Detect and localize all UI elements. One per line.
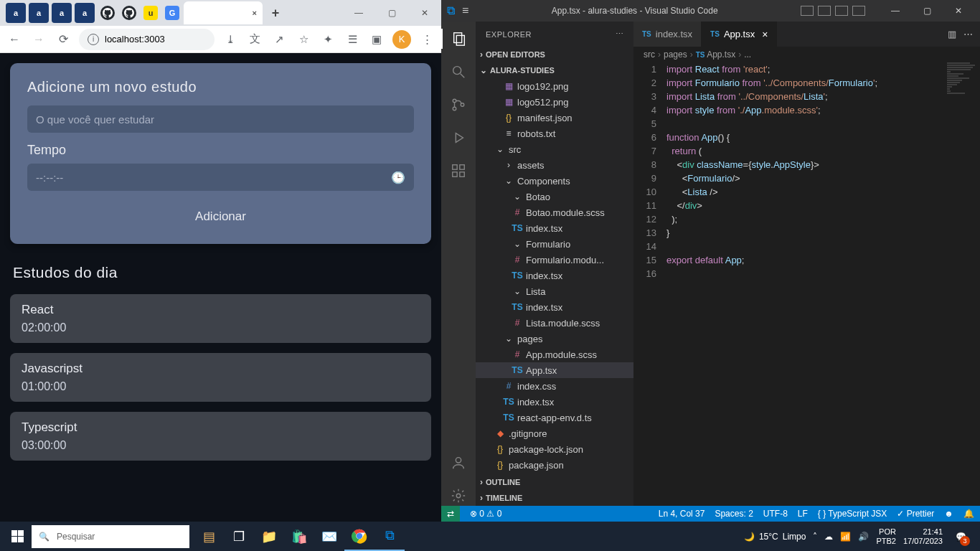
minimize-button[interactable]: — (342, 0, 375, 26)
study-input[interactable] (27, 105, 414, 133)
taskbar-search[interactable]: 🔍 Pesquisar (32, 525, 189, 548)
tab-alura-1[interactable]: a (6, 3, 26, 23)
tab-github-2[interactable] (122, 6, 136, 20)
vsc-minimize-button[interactable]: — (880, 0, 911, 22)
split-editor-icon[interactable]: ▥ (948, 29, 956, 39)
outlook-icon[interactable]: ✉️ (314, 522, 344, 551)
eol-status[interactable]: LF (798, 509, 808, 519)
search-icon[interactable] (448, 62, 468, 82)
tree-item[interactable]: TSindex.tsx (476, 299, 633, 315)
new-tab-button[interactable]: + (264, 1, 287, 24)
reader-icon[interactable]: ☰ (344, 31, 361, 48)
minimap[interactable] (947, 62, 980, 506)
tree-item[interactable]: TSindex.tsx (476, 394, 633, 410)
timeline-section[interactable]: ›TIMELINE (476, 490, 633, 506)
layout-1-icon[interactable] (801, 6, 814, 16)
code-area[interactable]: 12345678910111213141516 import React fro… (633, 62, 980, 506)
layout-2-icon[interactable] (818, 6, 831, 16)
tab-active[interactable]: × (184, 1, 263, 24)
weather-widget[interactable]: 🌙 15°C Limpo (744, 532, 806, 542)
problems-indicator[interactable]: ⊗ 0 ⚠ 0 (470, 509, 501, 519)
tab-github-1[interactable] (100, 6, 115, 20)
account-icon[interactable] (448, 453, 468, 473)
task-view-icon[interactable]: ❐ (224, 522, 254, 551)
tree-item[interactable]: ⌄Formulario (476, 236, 633, 252)
tree-item[interactable]: TSreact-app-env.d.ts (476, 410, 633, 425)
profile-avatar[interactable]: K (392, 30, 411, 49)
tree-item[interactable]: ⌄src (476, 141, 633, 157)
chrome-taskbar-icon[interactable] (344, 522, 374, 551)
source-control-icon[interactable] (448, 95, 468, 115)
volume-icon[interactable]: 🔊 (858, 532, 869, 542)
feedback-icon[interactable]: ☻ (944, 509, 953, 519)
share-icon[interactable]: ↗ (270, 31, 288, 48)
tree-item[interactable]: #Lista.module.scss (476, 315, 633, 331)
breadcrumb-item[interactable]: ... (744, 50, 751, 60)
settings-gear-icon[interactable] (448, 486, 468, 506)
bookmark-star-icon[interactable]: ☆ (295, 31, 312, 48)
debug-icon[interactable] (448, 128, 468, 148)
layout-3-icon[interactable] (835, 6, 848, 16)
indent-status[interactable]: Spaces: 2 (715, 509, 753, 519)
forward-button[interactable]: → (30, 31, 47, 48)
tree-item[interactable]: ⌄Components (476, 173, 633, 189)
prettier-status[interactable]: ✓ Prettier (897, 509, 934, 519)
project-section[interactable]: ⌄ALURA-STUDIES (476, 62, 633, 78)
vsc-close-button[interactable]: ✕ (943, 0, 974, 22)
breadcrumb-item[interactable]: src (644, 50, 655, 60)
tree-item[interactable]: ⌄Botao (476, 189, 633, 204)
breadcrumb-item[interactable]: TS App.tsx (696, 50, 735, 60)
tree-item[interactable]: TSApp.tsx (476, 362, 633, 378)
tree-item[interactable]: #index.css (476, 378, 633, 394)
remote-indicator[interactable]: ⇄ (441, 506, 460, 522)
tree-item[interactable]: ⌄pages (476, 331, 633, 347)
language-mode[interactable]: { } TypeScript JSX (818, 509, 887, 519)
outline-section[interactable]: ›OUTLINE (476, 474, 633, 490)
chrome-menu-icon[interactable]: ⋮ (418, 31, 435, 48)
close-tab-icon[interactable]: × (762, 29, 768, 40)
close-button[interactable]: ✕ (408, 0, 441, 26)
notifications-icon[interactable]: 💬3 (950, 526, 971, 547)
wifi-icon[interactable]: 📶 (840, 532, 851, 542)
explorer-icon[interactable] (441, 29, 476, 49)
explorer-more-icon[interactable]: ⋯ (616, 29, 624, 39)
tree-item[interactable]: #Botao.module.scss (476, 204, 633, 220)
add-button[interactable]: Adicionar (185, 205, 256, 228)
address-bar[interactable]: i localhost:3003 (79, 29, 215, 50)
install-icon[interactable]: ⤓ (222, 31, 239, 48)
back-button[interactable]: ← (6, 31, 23, 48)
microsoft-store-icon[interactable]: 🛍️ (284, 522, 314, 551)
vsc-maximize-button[interactable]: ▢ (911, 0, 943, 22)
tree-item[interactable]: TSindex.tsx (476, 268, 633, 283)
onedrive-icon[interactable]: ☁ (824, 532, 833, 542)
close-tab-icon[interactable]: × (253, 9, 257, 17)
tree-item[interactable]: ▦logo512.png (476, 94, 633, 110)
breadcrumbs[interactable]: src› pages›TS App.tsx› ... (633, 47, 980, 62)
file-explorer-icon[interactable]: 📁 (254, 522, 284, 551)
site-info-icon[interactable]: i (88, 34, 99, 45)
tree-item[interactable]: ⌄Lista (476, 283, 633, 299)
tree-item[interactable]: {}package-lock.json (476, 441, 633, 457)
tray-chevron-icon[interactable]: ˄ (813, 532, 817, 542)
editor-more-icon[interactable]: ⋯ (963, 29, 973, 39)
tree-item[interactable]: {}manifest.json (476, 110, 633, 126)
clock[interactable]: 21:4117/07/2023 (903, 527, 943, 546)
language-indicator[interactable]: PORPTB2 (876, 527, 896, 546)
sidepanel-icon[interactable]: ▣ (368, 31, 385, 48)
study-item[interactable]: Typescript03:00:00 (10, 412, 431, 461)
editor-tab[interactable]: TSApp.tsx× (702, 22, 777, 47)
vscode-taskbar-icon[interactable]: ⧉ (374, 522, 405, 551)
code-lines[interactable]: import React from 'react';import Formula… (666, 62, 980, 506)
cursor-position[interactable]: Ln 4, Col 37 (659, 509, 705, 519)
study-item[interactable]: React02:00:00 (10, 294, 431, 343)
breadcrumb-item[interactable]: pages (664, 50, 687, 60)
layout-4-icon[interactable] (852, 6, 865, 16)
tree-item[interactable]: #App.module.scss (476, 347, 633, 362)
taskbar-app-1[interactable]: ▤ (194, 522, 224, 551)
tree-item[interactable]: ≡robots.txt (476, 126, 633, 141)
encoding-status[interactable]: UTF-8 (763, 509, 788, 519)
bell-icon[interactable]: 🔔 (963, 509, 974, 519)
tab-u[interactable]: u (143, 6, 158, 20)
translate-icon[interactable]: 文 (246, 31, 263, 48)
tab-google[interactable]: G (165, 6, 179, 20)
